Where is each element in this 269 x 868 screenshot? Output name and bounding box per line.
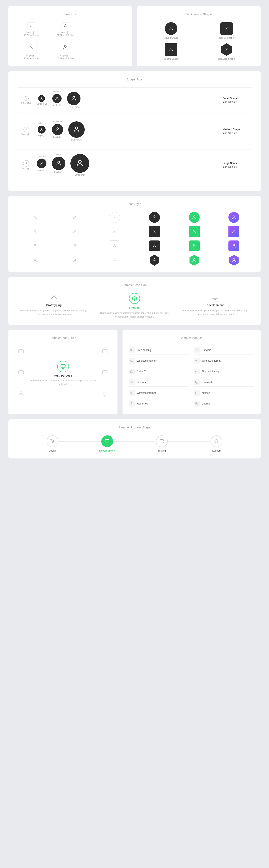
shape-size-item: Small @1x bbox=[21, 96, 32, 104]
svg-point-42 bbox=[193, 258, 195, 260]
list-item-label: Essentials bbox=[202, 381, 213, 384]
style-none-2 bbox=[69, 212, 80, 223]
icon-style-grid bbox=[17, 212, 252, 266]
icon-box-small-1x bbox=[28, 22, 35, 30]
bg-shape-title: Background Shape bbox=[145, 12, 252, 16]
style-none-9 bbox=[109, 255, 120, 266]
icon-circle-title: Sample: Icon Circle bbox=[15, 336, 111, 340]
style-hex-purple bbox=[229, 255, 239, 266]
svg-point-13 bbox=[41, 128, 42, 129]
circle-icon-br bbox=[102, 391, 108, 398]
shape-size-item: Large @2x bbox=[67, 92, 81, 108]
svg-point-56 bbox=[131, 381, 132, 382]
step-development: Development bbox=[80, 435, 134, 452]
circle-icon-tl bbox=[18, 349, 24, 355]
design-step-label: Design bbox=[49, 449, 56, 452]
shape-size-label: Small @2x bbox=[52, 104, 62, 106]
icon-size-label-sm2: Small @2x32 Size / 2 Border bbox=[57, 31, 74, 37]
shape-dark-lg-xl bbox=[70, 154, 89, 173]
svg-point-4 bbox=[170, 27, 172, 28]
step-testing: Testing bbox=[134, 435, 189, 452]
sample-icon-list-section: Sample: Icon List Free parking Hangers bbox=[122, 330, 261, 414]
essentials-icon bbox=[194, 379, 200, 385]
list-item: Wireless Internet bbox=[129, 389, 189, 397]
development-title: Development bbox=[207, 304, 224, 307]
circle-center-desc: Nemo enim ipsam voluptatem quis voluptas… bbox=[29, 379, 96, 386]
icon-box-small-2x bbox=[62, 22, 69, 30]
style-green-radius bbox=[189, 241, 200, 251]
shape-size-items-small: Small @1x Large @1x Small x 2 Small @2x bbox=[21, 92, 216, 108]
svg-point-31 bbox=[233, 230, 235, 231]
kitchen-icon bbox=[194, 390, 200, 396]
list-item-label: HomePod bbox=[137, 402, 148, 405]
style-green-sq bbox=[189, 226, 200, 237]
prototyping-desc: Nemo enim ipsam voluptatem voluptas aspe… bbox=[17, 309, 91, 316]
list-item-label: Air conditioning bbox=[202, 370, 219, 373]
icon-size-item: Small @2x32 Size / 2 Border bbox=[51, 22, 80, 37]
icon-box-large-2x bbox=[60, 42, 71, 53]
hexagon-shape-label: Hexagon Shape bbox=[218, 58, 235, 60]
svg-rect-48 bbox=[19, 371, 23, 374]
shape-size-item: Large @1x bbox=[36, 95, 47, 105]
svg-point-9 bbox=[41, 97, 42, 98]
svg-point-34 bbox=[114, 244, 115, 246]
shape-dark-med-lg bbox=[52, 124, 63, 135]
svg-point-59 bbox=[196, 403, 198, 405]
svg-point-43 bbox=[233, 258, 235, 260]
testing-step-label: Testing bbox=[158, 449, 166, 452]
step-design: Design bbox=[25, 435, 80, 452]
sample-icon-box-title: Sample: Icon Box bbox=[17, 283, 252, 287]
doorbell-icon bbox=[194, 401, 200, 407]
shape-outline-sm bbox=[24, 96, 29, 101]
shape-size-label: Large @1x bbox=[36, 169, 47, 172]
radius-shape-label: Radius Shape bbox=[219, 36, 234, 39]
icon-box-branding: Branding Nemo enim ipsam voluptatem volu… bbox=[97, 293, 172, 319]
list-item-label: Cable TV bbox=[137, 370, 147, 373]
style-radius-outline bbox=[109, 241, 120, 251]
svg-point-27 bbox=[74, 230, 76, 231]
shape-size-item: Large @2x bbox=[70, 154, 89, 176]
testing-step-icon bbox=[156, 435, 168, 447]
shape-size-item: Radio x 2.5 Large @1x bbox=[36, 126, 47, 137]
svg-rect-52 bbox=[131, 349, 133, 351]
svg-rect-55 bbox=[196, 371, 198, 372]
branding-desc: Nemo enim ipsam voluptatem voluptas aspe… bbox=[97, 311, 172, 319]
shape-size-desc-large: Large ShapeIcon Size x 3 bbox=[222, 161, 248, 169]
shape-size-label: Small @2x bbox=[52, 136, 63, 138]
svg-point-16 bbox=[26, 162, 27, 163]
list-item: Air conditioning bbox=[194, 367, 254, 376]
shape-size-item: Small @1x bbox=[21, 160, 32, 170]
style-hex-dark bbox=[149, 255, 160, 266]
list-item-label: Wireless Internet bbox=[137, 392, 156, 395]
style-purple-circle bbox=[229, 212, 239, 223]
svg-point-32 bbox=[34, 244, 36, 246]
shape-size-label: Large @2x bbox=[69, 106, 79, 108]
style-hex-green bbox=[189, 255, 200, 266]
intercom-icon bbox=[129, 358, 135, 364]
style-dark-circle bbox=[149, 212, 160, 223]
svg-point-22 bbox=[114, 216, 115, 217]
icon-size-title: Icon Size bbox=[17, 12, 124, 16]
parking-icon bbox=[129, 347, 135, 353]
shape-size-label: Large @2x bbox=[74, 174, 85, 176]
svg-point-23 bbox=[154, 216, 155, 217]
svg-rect-53 bbox=[130, 360, 133, 362]
svg-point-24 bbox=[193, 216, 195, 217]
svg-point-30 bbox=[193, 230, 195, 231]
svg-rect-47 bbox=[102, 350, 107, 353]
round-shape bbox=[165, 22, 177, 35]
svg-point-39 bbox=[74, 259, 76, 260]
square-shape bbox=[165, 43, 177, 56]
development-step-icon bbox=[101, 435, 113, 447]
svg-point-6 bbox=[170, 48, 172, 49]
svg-point-37 bbox=[233, 244, 235, 246]
icon-size-label-lg2: Large @2x50 Size / 2 Border bbox=[57, 54, 74, 60]
wifi-icon bbox=[194, 358, 200, 364]
icon-box-development: Development Nemo enim ipsam voluptatem v… bbox=[178, 293, 252, 319]
svg-point-28 bbox=[114, 230, 115, 231]
list-item: Free parking bbox=[129, 346, 189, 354]
shape-outline-lg bbox=[23, 160, 29, 166]
style-green-circle bbox=[189, 212, 200, 223]
green-circle-icon bbox=[57, 361, 69, 372]
svg-rect-57 bbox=[196, 381, 198, 383]
